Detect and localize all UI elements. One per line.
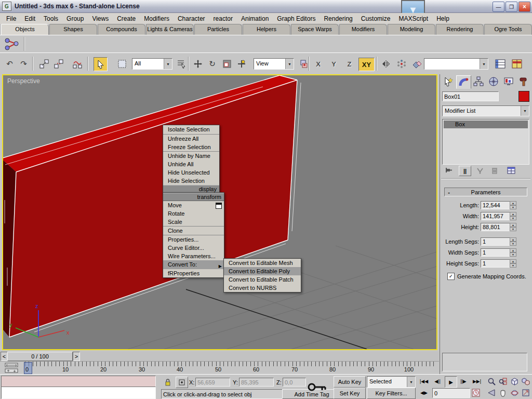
minimize-button[interactable]: — [493,2,504,12]
height-field[interactable]: 88,801 [481,223,511,231]
menu-item-freeze-selection[interactable]: Freeze Selection [163,143,219,151]
redo-button[interactable]: ↷ [17,57,30,70]
set-keys-button[interactable] [305,377,329,397]
curve-editor-button[interactable] [510,57,523,70]
tab-modeling[interactable]: Modeling [388,24,435,35]
bind-to-space-warp-button[interactable] [71,57,84,70]
z-coord-field[interactable]: 0,0 [283,378,306,387]
zoom-all-button[interactable] [498,376,508,387]
absolute-mode-toggle[interactable] [176,377,188,388]
menu-item-unhide-by-name[interactable]: Unhide by Name [163,152,219,160]
menu-reactor[interactable]: reactor [209,14,237,23]
create-panel-tab[interactable] [441,75,455,88]
show-end-result-button[interactable]: || [459,166,471,176]
menu-item-clone[interactable]: Clone [163,227,224,235]
maxscript-listener-pink[interactable] [1,376,156,387]
modifier-stack[interactable]: Box [442,119,529,165]
height-spinner[interactable]: ▲▼ [510,223,516,231]
time-slider-track[interactable]: < 0 / 100 > [0,351,439,361]
length-spinner[interactable]: ▲▼ [510,201,516,209]
tab-space-warps[interactable]: Space Warps [291,24,339,35]
menu-tools[interactable]: Tools [39,14,62,23]
align-button[interactable] [410,57,423,70]
min-max-toggle-button[interactable] [521,388,531,398]
selection-filter-dropdown[interactable]: All ▼ [132,58,172,70]
track-bar[interactable]: 0 10 20 30 40 50 60 70 80 90 100 [0,361,439,375]
select-and-manipulate-button[interactable] [235,57,248,70]
time-slider-prev-button[interactable]: < [1,352,8,361]
menu-item-convert-to[interactable]: Convert To:▶ [163,260,224,269]
tab-particles[interactable]: Particles [194,24,242,35]
menu-help[interactable]: Help [432,14,454,23]
play-button[interactable]: ▶ [445,376,457,388]
go-to-start-button[interactable]: |◀◀ [418,376,430,387]
width-segs-spinner[interactable]: ▲▼ [510,248,516,257]
arc-rotate-button[interactable] [509,388,520,398]
length-segs-spinner[interactable]: ▲▼ [510,237,516,246]
menu-animation[interactable]: Animation [237,14,273,23]
menu-item-hide-unselected[interactable]: Hide Unselected [163,168,219,177]
modifier-list-dropdown[interactable]: Modifier List ▼ [442,105,529,116]
title-bar[interactable]: G Untitled - 3ds max 6 - Stand-alone Lic… [0,0,532,13]
viewport-label[interactable]: Perspective [7,77,40,85]
array-button[interactable] [395,57,408,70]
close-button[interactable]: × [518,2,530,12]
chevron-down-icon[interactable]: ▼ [521,106,529,116]
configure-modifier-sets-button[interactable] [506,166,517,175]
chevron-down-icon[interactable]: ▼ [285,59,294,69]
length-segs-field[interactable]: 1 [481,237,511,246]
field-of-view-button[interactable] [486,388,497,398]
select-and-scale-button[interactable] [220,57,233,70]
collapse-icon[interactable]: - [445,189,453,195]
rectangular-selection-region-button[interactable] [115,57,128,70]
menu-maxscript[interactable]: MAXScript [394,14,432,23]
menu-item-curve-editor[interactable]: Curve Editor... [163,244,224,252]
menu-edit[interactable]: Edit [20,14,39,23]
chevron-down-icon[interactable]: ▼ [164,59,172,69]
unlink-selection-button[interactable] [52,57,65,70]
menu-item-convert-editable-patch[interactable]: Convert to Editable Patch [224,275,301,284]
modify-panel-tab[interactable] [456,75,471,89]
tab-rendering[interactable]: Rendering [436,24,484,35]
auto-key-button[interactable]: Auto Key [334,376,366,388]
next-frame-button[interactable]: ||▶ [457,376,470,387]
generate-mapping-coords-checkbox[interactable]: ✓ [447,273,455,280]
menu-item-scale[interactable]: Scale [163,218,224,226]
width-spinner[interactable]: ▲▼ [510,212,516,220]
previous-frame-button[interactable]: ◀|| [431,376,444,387]
menu-item-isolate-selection[interactable]: Isolate Selection [163,125,219,134]
current-frame-field[interactable]: 0 [432,388,470,398]
menu-group[interactable]: Group [62,14,88,23]
restrict-z-button[interactable]: Z [343,58,356,70]
menu-create[interactable]: Create [113,14,140,23]
width-segs-field[interactable]: 1 [481,248,511,257]
chevron-down-icon[interactable]: ▼ [480,59,488,69]
perspective-viewport[interactable]: z x y Perspective Isolate Selection Unfr… [2,74,437,350]
set-key-button[interactable]: Set Key [334,388,366,399]
menu-item-convert-nurbs[interactable]: Convert to NURBS [224,284,301,292]
parameters-rollout-header[interactable]: - Parameters [444,188,527,196]
y-coord-field[interactable]: 85,395 [239,378,274,387]
menu-item-unfreeze-all[interactable]: Unfreeze All [163,135,219,143]
restrict-x-button[interactable]: X [312,58,325,70]
hierarchy-panel-tab[interactable] [471,75,485,88]
tab-compounds[interactable]: Compounds [98,24,145,35]
bones-ik-chain-icon[interactable] [4,36,20,51]
undo-button[interactable]: ↶ [3,57,16,70]
height-segs-spinner[interactable]: ▲▼ [510,259,516,268]
restrict-y-button[interactable]: Y [327,58,340,70]
restore-button[interactable]: ❐ [506,2,517,12]
menu-customize[interactable]: Customize [357,14,395,23]
width-field[interactable]: 141,957 [481,212,511,220]
tab-ogre-tools[interactable]: Ogre Tools [484,24,532,35]
key-mode-toggle[interactable]: ◀▶ [418,388,430,398]
go-to-end-button[interactable]: ▶▶| [471,376,483,387]
open-mini-curve-editor-button[interactable] [4,363,19,373]
menu-character[interactable]: Character [174,14,209,23]
menu-item-unhide-all[interactable]: Unhide All [163,160,219,168]
menu-file[interactable]: File [2,14,20,23]
select-object-button[interactable] [94,57,108,71]
chevron-down-icon[interactable]: ▼ [407,377,415,387]
x-coord-field[interactable]: 56,659 [195,378,230,387]
selection-lock-toggle[interactable] [162,377,174,387]
